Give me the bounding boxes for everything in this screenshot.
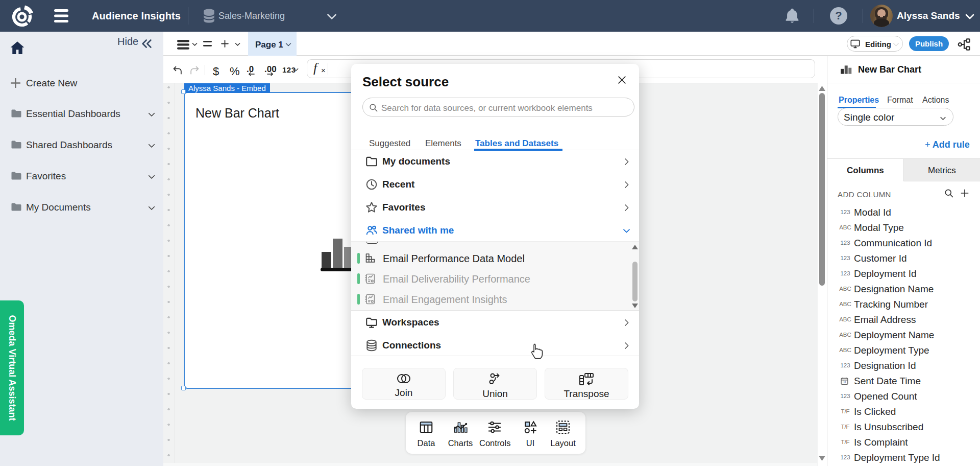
svg-text:31: 31: [843, 380, 847, 384]
